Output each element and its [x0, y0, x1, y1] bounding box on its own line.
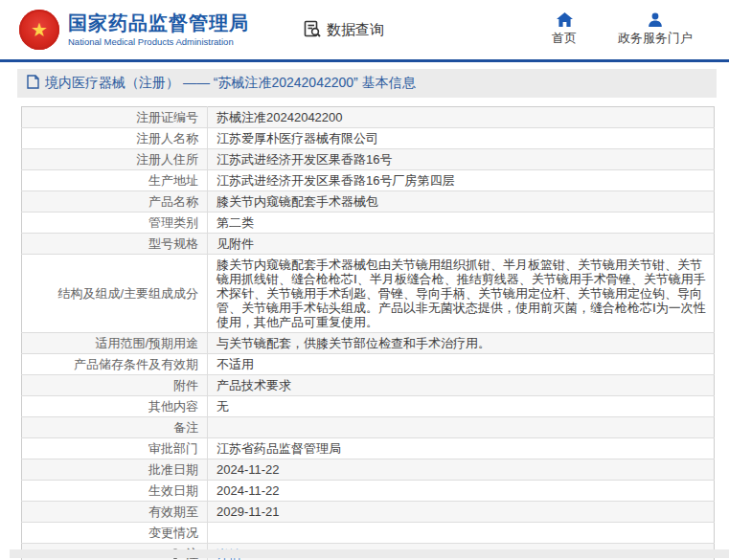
- row-value-cell: 江苏省药品监督管理局: [208, 438, 715, 459]
- table-row: 注册人住所 江苏武进经济开发区果香路16号: [22, 149, 715, 170]
- breadcrumb: 境内医疗器械（注册） —— “苏械注准20242042200” 基本信息: [17, 69, 717, 98]
- row-value: 江苏武进经济开发区果香路16号: [216, 152, 392, 167]
- row-label: 注册证编号: [136, 110, 198, 124]
- table-row: 有效期至 2029-11-21: [22, 502, 715, 523]
- nav-portal[interactable]: 政务服务门户: [618, 12, 693, 47]
- row-label: 产品名称: [148, 194, 198, 209]
- row-value: 膝关节内窥镜配套手术器械包由关节镜用组织抓钳、半月板篮钳、关节镜用关节钳、关节镜…: [216, 258, 706, 329]
- row-label-cell: 批准日期: [22, 459, 208, 481]
- nav-portal-label: 政务服务门户: [618, 30, 693, 47]
- row-value-cell: 2029-11-21: [208, 502, 715, 523]
- table-row: 备注: [22, 417, 715, 438]
- page-header: ★ 国家药品监督管理局 National Medical Products Ad…: [0, 0, 729, 62]
- row-value-cell: 不适用: [208, 354, 715, 375]
- row-value: 无: [216, 399, 229, 414]
- table-row: 生效日期 2024-11-22: [22, 481, 715, 502]
- row-value-cell: 与关节镜配套，供膝关节部位检查和手术治疗用。: [208, 333, 715, 354]
- table-row: 其他内容 无: [22, 396, 715, 417]
- table-row: 结构及组成/主要组成成分 膝关节内窥镜配套手术器械包由关节镜用组织抓钳、半月板篮…: [22, 255, 715, 333]
- row-value-cell: 江苏武进经济开发区果香路16号: [208, 149, 715, 170]
- row-label-cell: 产品名称: [22, 191, 208, 213]
- row-value: 第二类: [216, 215, 254, 230]
- row-label-cell: 有效期至: [22, 502, 208, 523]
- row-label: 注册人住所: [136, 152, 198, 167]
- table-row: 注册证编号 苏械注准20242042200: [22, 107, 715, 128]
- row-value: 江苏武进经济开发区果香路16号厂房第四层: [216, 173, 454, 188]
- row-label: 附件: [173, 378, 198, 392]
- row-value: 2029-11-21: [216, 504, 280, 519]
- row-label-cell: 审批部门: [22, 438, 208, 459]
- table-row: 产品名称 膝关节内窥镜配套手术器械包: [22, 191, 715, 213]
- row-label-cell: 结构及组成/主要组成成分: [22, 255, 208, 333]
- row-value-cell: 见附件: [208, 234, 715, 255]
- row-value: 江苏省药品监督管理局: [216, 441, 341, 456]
- row-label-cell: 其他内容: [22, 396, 208, 417]
- row-label: 适用范围/预期用途: [95, 336, 198, 350]
- row-label-cell: 生效日期: [22, 481, 208, 502]
- row-value-cell: 产品技术要求: [208, 375, 715, 396]
- row-label-cell: 型号规格: [22, 234, 208, 255]
- row-label: 其他内容: [148, 399, 198, 414]
- breadcrumb-title: 境内医疗器械（注册） —— “苏械注准20242042200” 基本信息: [45, 75, 416, 92]
- table-row: 变更情况: [22, 523, 715, 544]
- table-row: 型号规格 见附件: [22, 234, 715, 255]
- document-icon: [27, 75, 39, 92]
- nav-home[interactable]: 首页: [545, 12, 583, 47]
- row-label-cell: 产品储存条件及有效期: [22, 354, 208, 375]
- nmpa-logo[interactable]: ★ 国家药品监督管理局 National Medical Products Ad…: [19, 10, 249, 50]
- row-label: 生产地址: [148, 173, 198, 188]
- document-search-icon: [303, 19, 322, 41]
- national-emblem-icon: ★: [19, 10, 59, 50]
- org-name-cn: 国家药品监督管理局: [68, 12, 249, 34]
- row-value-cell: 江苏爱厚朴医疗器械有限公司: [208, 128, 715, 149]
- row-value-cell: 苏械注准20242042200: [208, 107, 715, 128]
- row-value: 2024-11-22: [216, 462, 280, 477]
- row-label: 审批部门: [148, 441, 198, 456]
- row-value: 膝关节内窥镜配套手术器械包: [216, 194, 378, 209]
- row-value: 2024-11-22: [216, 483, 280, 498]
- row-label-cell: 注册证编号: [22, 107, 208, 128]
- row-label-cell: 适用范围/预期用途: [22, 333, 208, 354]
- row-label-cell: 生产地址: [22, 170, 208, 191]
- row-value-cell: 第二类: [208, 213, 715, 234]
- row-value-cell: [208, 523, 715, 544]
- home-icon: [557, 12, 573, 27]
- row-label-cell: 管理类别: [22, 213, 208, 234]
- row-value-cell: 膝关节内窥镜配套手术器械包由关节镜用组织抓钳、半月板篮钳、关节镜用关节钳、关节镜…: [208, 255, 715, 333]
- table-row: 生产地址 江苏武进经济开发区果香路16号厂房第四层: [22, 170, 715, 191]
- row-value-cell: 无: [208, 396, 715, 417]
- org-name-en: National Medical Products Administration: [68, 36, 249, 47]
- row-label: 注册人名称: [136, 131, 198, 146]
- top-right-nav: 首页 政务服务门户: [545, 12, 693, 47]
- row-value: 产品技术要求: [216, 378, 291, 392]
- row-label: 管理类别: [148, 215, 198, 230]
- table-row: 管理类别 第二类: [22, 213, 715, 234]
- registration-info-rows: 注册证编号 苏械注准20242042200 注册人名称 江苏爱厚朴医疗器械有限公…: [22, 107, 715, 560]
- row-value: 不适用: [216, 357, 254, 371]
- row-value-cell: 膝关节内窥镜配套手术器械包: [208, 191, 715, 213]
- nav-data-query-label: 数据查询: [327, 21, 384, 39]
- row-label: 变更情况: [148, 526, 198, 540]
- row-value-cell: 2024-11-22: [208, 459, 715, 481]
- row-label-cell: 注册人名称: [22, 128, 208, 149]
- row-value: 苏械注准20242042200: [216, 110, 343, 124]
- row-label: 生效日期: [148, 483, 198, 498]
- registration-info-table: 注册证编号 苏械注准20242042200 注册人名称 江苏爱厚朴医疗器械有限公…: [21, 106, 715, 560]
- table-row: 适用范围/预期用途 与关节镜配套，供膝关节部位检查和手术治疗用。: [22, 333, 715, 354]
- row-label: 有效期至: [148, 504, 198, 519]
- footer-strip: [10, 549, 729, 558]
- row-value: 与关节镜配套，供膝关节部位检查和手术治疗用。: [216, 336, 490, 350]
- table-row: 审批部门 江苏省药品监督管理局: [22, 438, 715, 459]
- table-row: 附件 产品技术要求: [22, 375, 715, 396]
- row-value-cell: [208, 417, 715, 438]
- row-value: 见附件: [216, 236, 254, 251]
- nav-data-query[interactable]: 数据查询: [303, 19, 384, 41]
- table-row: 注册人名称 江苏爱厚朴医疗器械有限公司: [22, 128, 715, 149]
- nav-home-label: 首页: [552, 30, 577, 47]
- content-wrapper: 境内医疗器械（注册） —— “苏械注准20242042200” 基本信息 注册证…: [17, 69, 717, 560]
- table-row: 批准日期 2024-11-22: [22, 459, 715, 481]
- row-label: 型号规格: [148, 236, 198, 251]
- row-value: 江苏爱厚朴医疗器械有限公司: [216, 131, 378, 146]
- row-label: 备注: [173, 420, 198, 435]
- row-value-cell: 江苏武进经济开发区果香路16号厂房第四层: [208, 170, 715, 191]
